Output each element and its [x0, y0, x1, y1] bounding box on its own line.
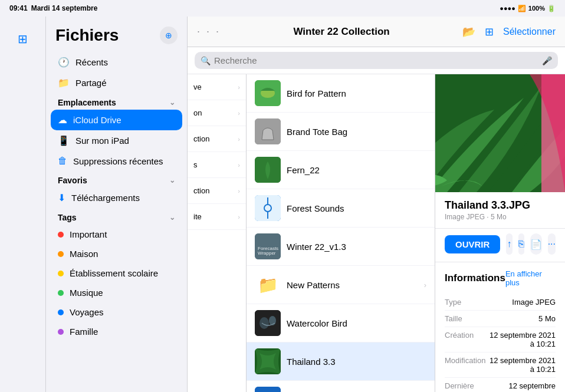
sidebar-item-important[interactable]: Important	[46, 225, 187, 244]
tag-dot-voyages	[58, 309, 64, 315]
toolbar-title: Winter 22 Collection	[293, 26, 389, 38]
file-thumb-new-patterns: 📁	[255, 272, 281, 298]
sidebar-item-maison[interactable]: Maison	[46, 244, 187, 263]
info-row-type: Type Image JPEG	[445, 294, 556, 311]
sidebar-item-icloud[interactable]: ☁ iCloud Drive	[51, 110, 182, 130]
left-partial-item[interactable]: on›	[188, 100, 246, 126]
svg-text:Wrapper: Wrapper	[258, 251, 276, 256]
file-name-brand-tote: Brand Tote Bag	[287, 127, 347, 137]
sidebar-toggle-btn[interactable]: ⊞	[10, 26, 36, 52]
status-date: Mardi 14 septembre	[31, 4, 98, 12]
sidebar-item-famille[interactable]: Famille	[46, 322, 187, 341]
sidebar-item-recents[interactable]: 🕐 Récents	[46, 52, 187, 73]
info-more-link[interactable]: En afficher plus	[505, 269, 556, 287]
file-item-brand-tote[interactable]: Brand Tote Bag	[247, 113, 435, 151]
info-value-modification: 12 septembre 2021 à 10:21	[489, 356, 556, 374]
chevron-icon: ›	[238, 187, 240, 195]
more-actions-icon[interactable]: ···	[548, 233, 556, 255]
info-value-size: 5 Mo	[538, 314, 556, 323]
sidebar-item-downloads[interactable]: ⬇ Téléchargements	[46, 187, 187, 208]
section-emplacements[interactable]: Emplacements ⌄	[46, 93, 187, 110]
file-thumb-bag	[255, 118, 281, 144]
sidebar: Fichiers ⊕ 🕐 Récents 📁 Partagé Emplaceme…	[46, 17, 188, 392]
sidebar-item-music[interactable]: Musique	[46, 283, 187, 302]
chevron-icon: ›	[238, 136, 240, 143]
chevron-right-icon: ›	[424, 281, 426, 289]
file-name-thailand33: Thailand 3.3	[287, 357, 336, 367]
file-thumb-forest	[255, 195, 281, 221]
icon-bar: ⊞	[0, 17, 46, 392]
file-item-new-patterns[interactable]: 📁 New Patterns ›	[247, 266, 435, 304]
section-favoris[interactable]: Favoris ⌄	[46, 171, 187, 187]
chevron-down-icon-2: ⌄	[169, 176, 175, 185]
folder-person-icon: 📁	[58, 77, 70, 88]
tag-label-voyages: Voyages	[70, 307, 104, 317]
battery-level: 100%	[528, 5, 545, 12]
open-button[interactable]: OUVRIR	[445, 235, 500, 253]
sidebar-item-voyages[interactable]: Voyages	[46, 302, 187, 322]
preview-actions: OUVRIR ↑ ⎘ 📄 ···	[435, 229, 565, 262]
file-list: Bird for Pattern Brand Tote Bag Fern_22	[247, 74, 435, 392]
sidebar-title: Fichiers	[55, 26, 119, 45]
file-item-forest-sounds[interactable]: Forest Sounds	[247, 189, 435, 228]
sidebar-item-trash[interactable]: 🗑 Suppressions récentes	[46, 151, 187, 171]
left-partial-list: ve› on› ction› s› ction› ite›	[188, 74, 247, 392]
info-row-modification: Modification 12 septembre 2021 à 10:21	[445, 353, 556, 378]
file-name-fern22: Fern_22	[287, 165, 320, 175]
sidebar-item-shared-label: Partagé	[75, 78, 107, 88]
search-input-wrap[interactable]: 🔍 🎤	[195, 52, 558, 69]
tag-dot-maison	[58, 251, 64, 257]
preview-info: Thailand 3.3.JPG Image JPEG · 5 Mo	[435, 192, 565, 229]
share-icon[interactable]: ↑	[506, 233, 512, 255]
content-split: ve› on› ction› s› ction› ite›	[188, 74, 565, 392]
sidebar-item-ipad[interactable]: 📱 Sur mon iPad	[46, 130, 187, 151]
search-bar: 🔍 🎤	[188, 47, 565, 74]
tag-label-music: Musique	[70, 288, 103, 298]
chevron-icon: ›	[238, 110, 240, 117]
file-name-forest-sounds: Forest Sounds	[287, 203, 344, 213]
left-partial-item[interactable]: ve›	[188, 74, 246, 100]
section-tags[interactable]: Tags ⌄	[46, 208, 187, 225]
main-area: · · · Winter 22 Collection 📂 ⊞ Sélection…	[188, 17, 565, 392]
file-item-watercolor-bird[interactable]: Watercolor Bird	[247, 304, 435, 342]
trash-icon: 🗑	[58, 156, 67, 166]
info-label-size: Taille	[445, 314, 462, 323]
info-label-last-open: Dernière ouverture	[445, 381, 490, 392]
select-btn[interactable]: Sélectionner	[503, 27, 556, 37]
file-item-thailand33[interactable]: Thailand 3.3	[247, 342, 435, 381]
file-item-winter22v1[interactable]: ForecastsWrapper Winter 22_v1.3	[247, 228, 435, 266]
sidebar-item-school[interactable]: Établissement scolaire	[46, 263, 187, 283]
file-item-fern22[interactable]: Fern_22	[247, 151, 435, 189]
sidebar-item-trash-label: Suppressions récentes	[73, 156, 163, 166]
info-label-creation: Création	[445, 331, 474, 348]
left-partial-item[interactable]: ction›	[188, 126, 246, 152]
sidebar-item-downloads-label: Téléchargements	[71, 193, 140, 203]
file-item-size-chart[interactable]: W Size Chart	[247, 381, 435, 392]
tag-label-important: Important	[70, 229, 107, 239]
left-partial-item[interactable]: s›	[188, 152, 246, 178]
tag-label-maison: Maison	[70, 249, 98, 259]
svg-rect-15	[255, 387, 281, 392]
leaf-background	[435, 74, 565, 192]
wifi-icon: 📶	[518, 5, 526, 12]
info-row-creation: Création 12 septembre 2021 à 10:21	[445, 327, 556, 353]
sidebar-more-btn[interactable]: ⊕	[160, 27, 178, 44]
folder-icon[interactable]: 📂	[462, 25, 475, 38]
mic-icon[interactable]: 🎤	[542, 56, 552, 65]
chevron-icon: ›	[238, 213, 240, 220]
tag-label-famille: Famille	[70, 327, 98, 337]
left-partial-item[interactable]: ite›	[188, 204, 246, 230]
info-row-size: Taille 5 Mo	[445, 311, 556, 327]
copy-icon[interactable]: ⎘	[518, 233, 524, 255]
sidebar-item-ipad-label: Sur mon iPad	[75, 136, 129, 146]
search-input[interactable]	[214, 55, 538, 65]
grid-icon[interactable]: ⊞	[485, 25, 494, 38]
export-icon[interactable]: 📄	[530, 233, 542, 255]
folder-new-patterns-icon: 📁	[258, 275, 278, 295]
file-item-bird-pattern[interactable]: Bird for Pattern	[247, 74, 435, 113]
left-partial-item-selected[interactable]: ction›	[188, 178, 246, 204]
signal-icon: ●●●●	[500, 5, 515, 12]
ipad-icon: 📱	[58, 135, 70, 146]
sidebar-item-shared[interactable]: 📁 Partagé	[46, 73, 187, 93]
chevron-icon: ›	[238, 162, 240, 169]
